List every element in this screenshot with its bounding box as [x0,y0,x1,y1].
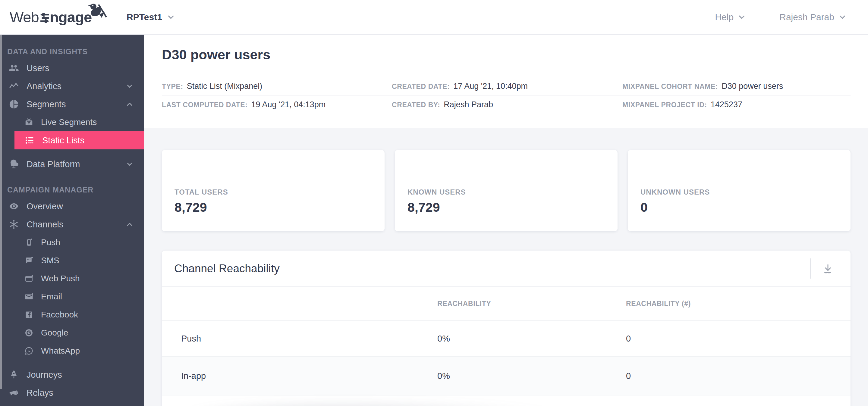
page-title: D30 power users [162,47,270,63]
stat-cards: TOTAL USERS 8,729 KNOWN USERS 8,729 UNKN… [162,150,850,231]
journeys-icon [8,369,19,380]
channel-reachability-title: Channel Reachability [174,262,280,275]
static-lists-icon [24,135,35,146]
sidebar-item-relays[interactable]: Relays [0,384,144,402]
sidebar-item-google[interactable]: Google [0,324,144,342]
channels-icon [8,219,19,230]
project-selector[interactable]: RPTest1 [127,12,176,22]
data-platform-icon [8,159,19,170]
table-row-push: Push 0% 0 [162,321,850,357]
sidebar-item-static-lists[interactable]: Static Lists [14,131,144,149]
stat-card-unknown-users: UNKNOWN USERS 0 [628,150,850,231]
chevron-down-icon [125,82,134,90]
sidebar-item-overview[interactable]: Overview [0,197,144,215]
sidebar-item-journeys[interactable]: Journeys [0,366,144,384]
relays-icon [8,387,19,398]
bottom-shadow [187,401,570,406]
segments-icon [8,99,19,110]
sidebar-item-segments[interactable]: Segments [0,95,144,113]
sidebar-item-facebook[interactable]: Facebook [0,306,144,324]
analytics-icon [8,81,19,92]
table-row-in-app: In-app 0% 0 [162,357,850,396]
users-icon [8,63,19,73]
chevron-up-icon [125,100,134,108]
channel-reachability-card: Channel Reachability REACHABILITY REACHA… [162,250,850,406]
logo-bird-icon [87,2,107,21]
download-button[interactable] [818,259,838,279]
user-name: Rajesh Parab [779,12,834,22]
section-campaign-manager: CAMPAIGN MANAGER [0,182,144,197]
table-header-row: REACHABILITY REACHABILITY (#) [162,287,850,321]
table-row-partial [162,396,850,406]
meta-created-date: CREATED DATE: 17 Aug '21, 10:40pm [392,81,622,91]
stat-card-total-users: TOTAL USERS 8,729 [162,150,384,231]
logo-e-arrows-icon [40,13,49,23]
webengage-logo[interactable]: Web ngage [10,9,92,26]
page-body: TOTAL USERS 8,729 KNOWN USERS 8,729 UNKN… [144,128,868,406]
meta-row-1: TYPE: Static List (Mixpanel) CREATED DAT… [162,77,850,96]
meta-created-by: CREATED BY: Rajesh Parab [392,100,622,109]
overview-icon [8,201,19,212]
facebook-icon [24,309,34,320]
page-header: D30 power users TYPE: Static List (Mixpa… [144,34,868,128]
meta-row-2: LAST COMPUTED DATE: 19 Aug '21, 04:13pm … [162,96,850,114]
sidebar-item-email[interactable]: Email [0,287,144,306]
meta-mixpanel-cohort-name: MIXPANEL COHORT NAME: D30 power users [622,81,850,91]
meta-type: TYPE: Static List (Mixpanel) [162,81,392,91]
stat-card-known-users: KNOWN USERS 8,729 [395,150,618,231]
meta-mixpanel-project-id: MIXPANEL PROJECT ID: 1425237 [622,100,850,109]
chevron-up-icon [125,220,134,229]
col-reachability-count: REACHABILITY (#) [626,300,850,308]
sidebar-item-data-platform[interactable]: Data Platform [0,155,144,173]
help-label: Help [715,12,734,22]
logo-text-ngage: ngage [50,9,92,26]
topbar: Web ngage RPTest1 Help [0,0,868,34]
logo-text-web: Web [10,9,39,26]
web-push-icon [24,273,34,284]
sidebar-item-channels[interactable]: Channels [0,215,144,233]
sms-icon [24,255,34,266]
col-reachability: REACHABILITY [437,300,626,308]
project-name: RPTest1 [127,12,162,22]
google-icon [24,327,34,338]
user-menu[interactable]: Rajesh Parab [779,12,847,22]
channel-reachability-header: Channel Reachability [162,250,850,287]
header-divider [810,259,811,279]
section-data-and-insights: DATA AND INSIGHTS [0,44,144,59]
push-icon [24,237,34,248]
chevron-down-icon [737,13,746,22]
sidebar-item-users[interactable]: Users [0,59,144,77]
sidebar: DATA AND INSIGHTS Users Analytics Segmen… [0,34,144,406]
sidebar-item-analytics[interactable]: Analytics [0,77,144,95]
meta-last-computed-date: LAST COMPUTED DATE: 19 Aug '21, 04:13pm [162,100,392,109]
help-menu[interactable]: Help [715,12,747,22]
sidebar-item-live-segments[interactable]: Live Segments [0,113,144,131]
chevron-down-icon [838,13,847,22]
download-icon [822,263,834,275]
sidebar-item-sms[interactable]: SMS [0,251,144,270]
whatsapp-icon [24,345,34,356]
sidebar-item-web-push[interactable]: Web Push [0,270,144,287]
sidebar-item-push[interactable]: Push [0,233,144,251]
chevron-down-icon [166,13,176,22]
sidebar-scrollbar[interactable] [0,34,2,389]
live-segments-icon [24,117,34,128]
sidebar-item-whatsapp[interactable]: WhatsApp [0,342,144,360]
email-icon [24,291,34,302]
chevron-down-icon [125,160,134,168]
